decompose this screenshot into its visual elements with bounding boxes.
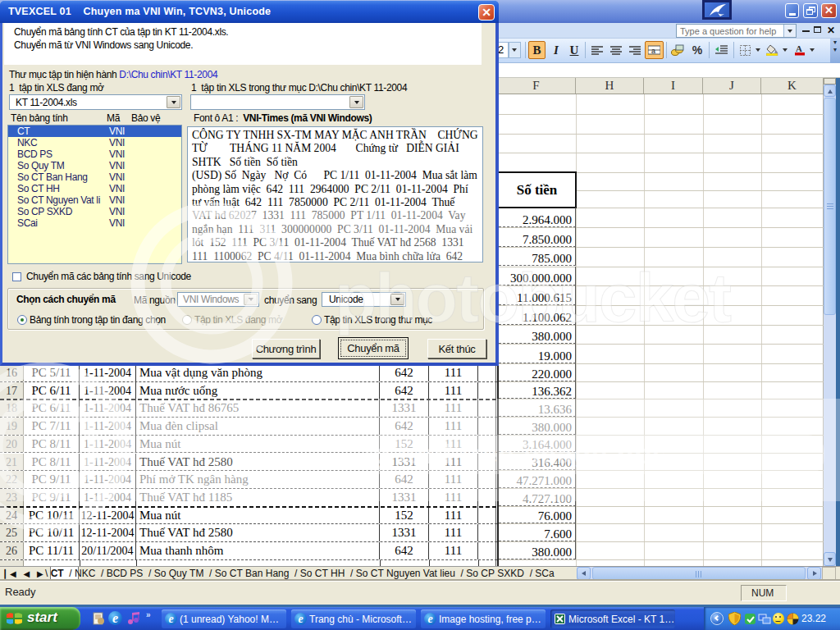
svg-text:A: A bbox=[796, 44, 802, 53]
svg-text:a: a bbox=[651, 47, 655, 55]
